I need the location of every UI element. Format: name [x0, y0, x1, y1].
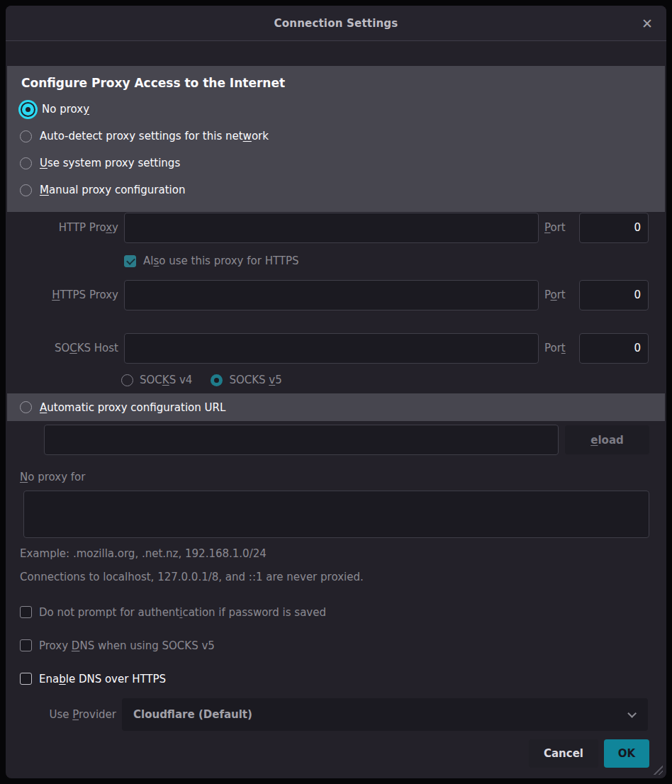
access-key: b [59, 673, 66, 685]
no-proxy-for-textarea[interactable] [23, 491, 649, 538]
label-text: le DNS over HTTPS [66, 673, 166, 685]
access-key: t [561, 342, 566, 354]
label-text: anual proxy configuration [49, 184, 185, 196]
access-key: x [106, 221, 112, 234]
socks-host-row: SOCKS Host Port [6, 332, 666, 364]
label-text: No prox [42, 103, 83, 116]
radio-socks-v4[interactable]: SOCKS v4 [121, 374, 192, 386]
cancel-button[interactable]: Cancel [529, 739, 598, 768]
socks-port-input[interactable] [579, 333, 649, 364]
access-key: C [69, 342, 77, 354]
socks-host-label: SOCKS Host [6, 342, 118, 354]
http-proxy-row: HTTP Proxy Port [6, 212, 666, 243]
doh-provider-row: Use Provider Cloudflare (Default) [6, 698, 666, 731]
access-key: A [40, 401, 47, 414]
label-text: Proxy [39, 639, 72, 652]
checkbox-icon[interactable] [20, 639, 32, 651]
label-text: Use [49, 708, 72, 721]
no-prompt-auth-checkbox-row[interactable]: Do not prompt for authentication if pass… [20, 605, 666, 619]
provider-selected-value: Cloudflare (Default) [133, 708, 627, 721]
enable-doh-checkbox-row[interactable]: Enable DNS over HTTPS [20, 672, 666, 685]
label-text: S v4 [169, 374, 193, 386]
socks-v5-label: SOCKS v5 [229, 374, 281, 386]
socks-host-input[interactable] [124, 333, 539, 364]
connection-settings-dialog: Connection Settings ✕ Configure Proxy Ac… [6, 6, 666, 778]
label-text: SO [55, 342, 69, 354]
radio-label: Automatic proxy configuration URL [40, 401, 225, 414]
no-proxy-for-label: No proxy for [20, 471, 666, 485]
label-text: utomatic proxy configuration URL [47, 401, 225, 414]
radio-manual-proxy[interactable]: Manual proxy configuration [20, 177, 665, 203]
radio-label: No proxy [42, 103, 89, 116]
radio-use-system-proxy[interactable]: Use system proxy settings [20, 150, 665, 177]
label-text: 5 [275, 374, 282, 386]
localhost-note-text: Connections to localhost, 127.0.0.1/8, a… [20, 571, 666, 585]
access-key: P [72, 708, 79, 721]
radio-button-icon[interactable] [121, 374, 133, 386]
radio-button-icon[interactable] [20, 157, 32, 169]
label-text: o use this proxy for HTTPS [159, 254, 298, 267]
label-text: P [544, 289, 551, 301]
dialog-title: Connection Settings [274, 17, 398, 30]
socks-port-label: Port [544, 342, 573, 354]
label-text: Auto-detect proxy settings for this net [40, 130, 243, 142]
no-proxy-example-text: Example: .mozilla.org, .net.nz, 192.168.… [20, 547, 666, 561]
label-text: rovider [79, 708, 116, 721]
socks-version-row: SOCKS v4 SOCKS v5 [121, 372, 666, 388]
label-text: SOCKS [229, 374, 269, 386]
access-key: y [83, 103, 89, 116]
access-key: o [551, 289, 557, 301]
radio-socks-v5[interactable]: SOCKS v5 [211, 374, 281, 386]
radio-button-icon[interactable] [211, 374, 223, 386]
http-port-input[interactable] [579, 213, 649, 243]
auto-config-url-input[interactable] [44, 425, 559, 455]
auto-config-url-row: eload [6, 425, 666, 455]
http-proxy-input[interactable] [124, 213, 539, 243]
no-prompt-auth-label: Do not prompt for authentication if pass… [39, 606, 326, 619]
label-text: ort [551, 221, 566, 234]
access-key: v [269, 374, 275, 386]
radio-auto-config-url[interactable]: Automatic proxy configuration URL [20, 401, 225, 414]
access-key: K [162, 374, 169, 386]
auto-config-section: Automatic proxy configuration URL [7, 393, 665, 421]
https-proxy-row: HTTPS Proxy Port [6, 279, 666, 310]
label-text: HTTP Pro [59, 221, 106, 234]
radio-no-proxy[interactable]: No proxy [20, 96, 665, 123]
radio-button-icon[interactable] [22, 103, 34, 116]
label-text: load [598, 434, 623, 447]
label-text: Do not prompt for authent [39, 606, 179, 619]
https-port-input[interactable] [579, 280, 649, 310]
https-proxy-input[interactable] [124, 280, 539, 310]
access-key: w [243, 130, 252, 142]
label-text: Por [544, 342, 561, 354]
also-https-checkbox-row[interactable]: Also use this proxy for HTTPS [124, 254, 666, 267]
access-key: H [52, 289, 60, 301]
section-heading: Configure Proxy Access to the Internet [21, 76, 665, 90]
label-text: Ena [39, 673, 59, 685]
provider-select[interactable]: Cloudflare (Default) [122, 698, 648, 731]
http-proxy-label: HTTP Proxy [6, 221, 118, 234]
label-text: NS when using SOCKS v5 [79, 639, 214, 652]
checkbox-checked-icon[interactable] [124, 255, 136, 267]
radio-button-icon[interactable] [20, 130, 32, 142]
titlebar: Connection Settings ✕ [6, 6, 666, 41]
checkbox-icon[interactable] [20, 606, 32, 618]
https-port-label: Port [544, 289, 573, 301]
radio-button-icon[interactable] [20, 401, 32, 413]
ok-button[interactable]: OK [604, 739, 649, 768]
radio-label: Use system proxy settings [40, 157, 180, 169]
dialog-footer: Cancel OK [6, 739, 666, 768]
label-text: SOC [140, 374, 162, 386]
proxy-mode-section: Configure Proxy Access to the Internet N… [7, 66, 665, 212]
reload-button[interactable]: eload [565, 425, 649, 454]
checkbox-icon[interactable] [20, 673, 32, 685]
close-icon[interactable]: ✕ [638, 14, 656, 33]
proxy-dns-socks5-label: Proxy DNS when using SOCKS v5 [39, 639, 215, 652]
radio-button-icon[interactable] [20, 184, 32, 196]
radio-auto-detect[interactable]: Auto-detect proxy settings for this netw… [20, 123, 665, 150]
proxy-dns-socks5-checkbox-row[interactable]: Proxy DNS when using SOCKS v5 [20, 639, 666, 652]
label-text: y [112, 221, 118, 234]
use-provider-label: Use Provider [39, 708, 116, 721]
label-text: cation if password is saved [182, 606, 326, 619]
radio-label: Auto-detect proxy settings for this netw… [40, 130, 269, 142]
